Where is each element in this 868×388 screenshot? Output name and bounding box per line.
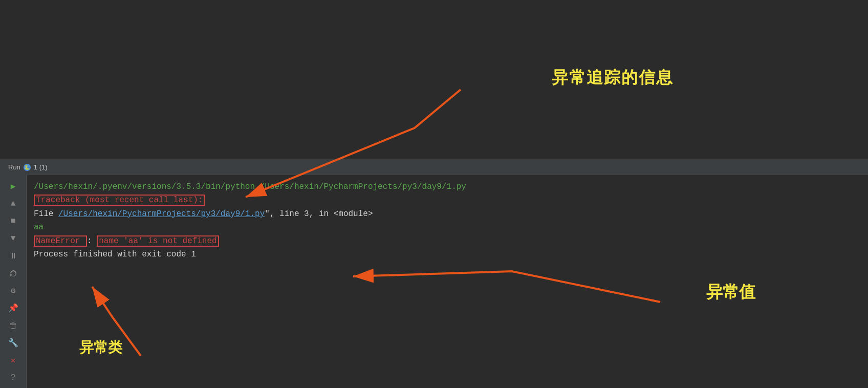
settings-button[interactable]: ⚙	[6, 284, 20, 298]
run-tab-title: 1 (1)	[34, 163, 48, 171]
rerun-button[interactable]	[6, 266, 20, 281]
console-line-aa: aa	[34, 221, 861, 234]
wrench-button[interactable]: 🔧	[6, 336, 20, 350]
run-tab-bar: Run 🐍 1 (1)	[0, 159, 868, 175]
console-line-file: File /Users/hexin/PycharmProjects/py3/da…	[34, 207, 861, 221]
editor-area: 异常追踪的信息	[0, 0, 868, 159]
file-link[interactable]: /Users/hexin/PycharmProjects/py3/day9/1.…	[58, 209, 265, 219]
stop-button[interactable]: ■	[6, 214, 20, 228]
help-button[interactable]: ?	[6, 371, 20, 385]
scroll-up-button[interactable]: ▲	[6, 197, 20, 211]
annotation-traceback-label: 异常追踪的信息	[552, 67, 674, 89]
trash-button[interactable]: 🗑	[6, 318, 20, 333]
annotation-exception-value-label: 异常值	[706, 281, 755, 304]
left-toolbar: ▶ ▲ ■ ▼ ⏸ ⚙ 📌 🗑 🔧 ✕ ?	[0, 175, 27, 388]
console-line-command: /Users/hexin/.pyenv/versions/3.5.3/bin/p…	[34, 180, 861, 193]
pin-button[interactable]: 📌	[6, 301, 20, 315]
run-tab[interactable]: Run 🐍 1 (1)	[4, 159, 52, 175]
pause-button[interactable]: ⏸	[6, 249, 20, 263]
traceback-box: Traceback (most recent call last):	[34, 195, 205, 206]
scroll-down-button[interactable]: ▼	[6, 231, 20, 246]
error-value-box: name 'aa' is not defined	[97, 235, 219, 247]
run-label: Run	[8, 163, 20, 171]
console-line-exit: Process finished with exit code 1	[34, 248, 861, 261]
console-line-error: NameError : name 'aa' is not defined	[34, 234, 861, 248]
run-button[interactable]: ▶	[6, 179, 20, 193]
console-line-traceback: Traceback (most recent call last):	[34, 193, 861, 207]
nameerror-box: NameError	[34, 235, 87, 247]
close-button[interactable]: ✕	[6, 353, 20, 368]
run-panel: Run 🐍 1 (1) ▶ ▲ ■ ▼ ⏸ ⚙ 📌 🗑 🔧 ✕ ? /Users…	[0, 159, 868, 388]
annotation-exception-class-label: 异常类	[79, 338, 122, 357]
python-icon: 🐍	[24, 164, 31, 171]
